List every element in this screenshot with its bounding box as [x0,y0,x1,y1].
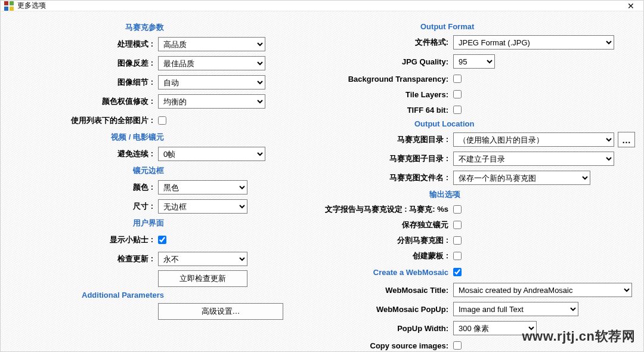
web-popup-label: WebMosaic PopUp: [322,305,453,314]
advanced-settings-button[interactable]: 高级设置… [158,303,283,320]
section-mosaic-params: 马赛克参数 [9,22,164,33]
tile-layers-checkbox[interactable] [453,90,462,98]
content-area: 马赛克参数 处理模式 : 高品质 图像反差 : 最佳品质 图像细节 : 自动 颜… [1,11,643,352]
jpg-quality-select[interactable]: 95 [453,54,495,69]
bg-transparency-label: Background Transparency: [322,75,453,84]
copy-source-label: Copy source images: [322,341,453,350]
save-tiles-checkbox[interactable] [453,221,462,229]
border-size-label: 尺寸 : [9,201,158,212]
split-mosaic-checkbox[interactable] [453,236,462,245]
show-tips-label: 显示小贴士 : [9,234,158,245]
mosaic-file-label: 马赛克图文件名 : [322,172,453,183]
section-border: 镶元边框 [9,165,164,176]
web-popup-select[interactable]: Image and full Text [453,302,578,316]
close-icon[interactable]: ✕ [622,1,640,11]
web-title-select[interactable]: Mosaic created by AndreaMosaic [453,283,632,297]
check-updates-select[interactable]: 永不 [158,252,247,266]
border-color-label: 颜色 : [9,182,158,193]
color-weight-label: 颜色权值修改 : [9,96,158,107]
mosaic-file-select[interactable]: 保存一个新的马赛克图 [453,171,590,185]
split-mosaic-label: 分割马赛克图 : [322,235,453,246]
processing-mode-label: 处理模式 : [9,39,158,50]
section-video: 视频 / 电影镶元 [9,132,164,143]
border-size-select[interactable]: 无边框 [158,199,247,214]
titlebar-title: 更多选项 [17,1,46,11]
show-tips-checkbox[interactable] [158,236,166,244]
web-title-label: WebMosaic Title: [322,286,453,295]
section-output-options: 输出选项 [429,189,635,200]
avoid-consecutive-select[interactable]: 0帧 [158,147,265,161]
image-contrast-select[interactable]: 最佳品质 [158,56,265,70]
mosaic-sub-select[interactable]: 不建立子目录 [453,152,614,166]
section-additional-params: Additional Parameters [9,291,164,299]
browse-button[interactable]: … [618,132,635,147]
section-webmosaic: Create a WebMosaic [322,268,453,277]
section-ui: 用户界面 [9,218,164,229]
section-output-format: Output Format [420,22,635,31]
create-mask-checkbox[interactable] [453,252,462,260]
right-column: Output Format 文件格式: JPEG Format (.JPG) J… [322,18,635,352]
image-contrast-label: 图像反差 : [9,58,158,69]
check-now-button[interactable]: 立即检查更新 [158,270,247,287]
color-weight-select[interactable]: 均衡的 [158,94,265,109]
tiff-64-label: TIFF 64 bit: [322,106,453,115]
image-detail-label: 图像细节 : [9,77,158,88]
text-report-label: 文字报告与马赛克设定 : 马赛克: %s [322,204,453,215]
jpg-quality-label: JPG Quality: [322,57,453,66]
avoid-consecutive-label: 避免连续 : [9,149,158,159]
popup-width-select[interactable]: 300 像素 [453,321,537,335]
check-updates-label: 检查更新 : [9,254,158,264]
text-report-checkbox[interactable] [453,205,462,214]
tile-layers-label: Tile Layers: [322,90,453,99]
more-options-dialog: 更多选项 ✕ 马赛克参数 处理模式 : 高品质 图像反差 : 最佳品质 图像细节… [0,0,644,352]
bg-transparency-checkbox[interactable] [453,75,462,83]
mosaic-sub-label: 马赛克图子目录 : [322,153,453,164]
save-tiles-label: 保存独立镶元 [322,220,453,230]
section-output-location: Output Location [414,119,635,128]
copy-source-checkbox[interactable] [453,341,462,350]
left-column: 马赛克参数 处理模式 : 高品质 图像反差 : 最佳品质 图像细节 : 自动 颜… [9,18,308,352]
file-format-select[interactable]: JPEG Format (.JPG) [453,35,614,50]
processing-mode-select[interactable]: 高品质 [158,37,265,51]
popup-width-label: PopUp Width: [322,324,453,333]
create-webmosaic-checkbox[interactable] [453,268,462,276]
mosaic-dir-label: 马赛克图目录 : [322,134,453,145]
image-detail-select[interactable]: 自动 [158,75,265,89]
use-all-images-checkbox[interactable] [158,116,166,125]
border-color-select[interactable]: 黑色 [158,180,247,194]
create-mask-label: 创建蒙板 : [322,251,453,261]
titlebar: 更多选项 ✕ [1,1,643,11]
use-all-images-label: 使用列表下的全部图片 : [9,115,158,126]
file-format-label: 文件格式: [322,37,453,48]
app-icon [4,1,14,11]
mosaic-dir-select[interactable]: （使用输入图片的目录） [453,132,614,147]
tiff-64-checkbox[interactable] [453,106,462,114]
